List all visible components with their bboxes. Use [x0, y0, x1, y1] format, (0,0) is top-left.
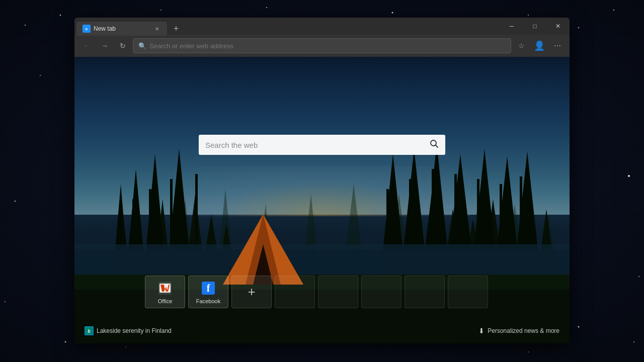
profile-button[interactable]: 👤	[531, 38, 547, 54]
desktop: e New tab ✕ + ─ □ ✕	[0, 0, 644, 362]
svg-point-10	[578, 27, 580, 29]
address-bar[interactable]: 🔍	[133, 38, 511, 53]
tab-close-button[interactable]: ✕	[153, 25, 161, 33]
arrow-down-icon: ⬇	[478, 327, 485, 335]
search-box[interactable]	[199, 135, 445, 155]
svg-point-0	[25, 25, 26, 26]
new-tab-content: Office f Facebook +	[74, 57, 570, 343]
quick-links-bar: Office f Facebook +	[145, 276, 488, 308]
empty-quick-link-3	[361, 276, 401, 308]
nav-actions: ☆ 👤 ⋯	[513, 38, 566, 54]
svg-text:f: f	[207, 283, 210, 294]
address-input[interactable]	[149, 42, 506, 50]
quick-link-facebook[interactable]: f Facebook	[188, 276, 228, 308]
empty-quick-link-4	[405, 276, 445, 308]
maximize-button[interactable]: □	[523, 18, 546, 35]
svg-point-21	[638, 276, 639, 277]
svg-point-14	[125, 346, 126, 347]
favorites-button[interactable]: ☆	[513, 38, 529, 54]
window-controls: ─ □ ✕	[500, 18, 570, 35]
svg-point-1	[60, 15, 61, 16]
svg-point-17	[633, 341, 634, 342]
image-location: Lakeside serenity in Finland	[97, 327, 172, 334]
empty-quick-link-5	[448, 276, 488, 308]
search-container	[199, 135, 445, 155]
svg-point-12	[40, 75, 41, 76]
back-button[interactable]: ←	[78, 38, 95, 54]
svg-text:b: b	[88, 328, 91, 334]
newtab-background: Office f Facebook +	[74, 57, 570, 343]
quick-link-office[interactable]: Office	[145, 276, 185, 308]
svg-point-16	[578, 326, 580, 328]
search-magnifier-icon	[430, 139, 439, 150]
facebook-label: Facebook	[196, 298, 220, 304]
svg-line-84	[436, 145, 438, 148]
svg-point-20	[5, 301, 6, 302]
empty-quick-link-2	[318, 276, 358, 308]
add-quick-link-button[interactable]: +	[231, 276, 272, 308]
svg-point-18	[15, 201, 16, 202]
svg-point-3	[160, 10, 162, 11]
browser-window: e New tab ✕ + ─ □ ✕	[74, 18, 570, 343]
svg-point-5	[266, 7, 267, 8]
new-tab-button[interactable]: +	[169, 22, 183, 36]
svg-point-13	[65, 341, 66, 343]
tab-title: New tab	[94, 25, 150, 32]
svg-point-19	[628, 175, 630, 177]
office-icon	[157, 280, 173, 296]
office-label: Office	[158, 298, 173, 304]
forward-button[interactable]: →	[97, 38, 113, 54]
bottom-info-bar: b Lakeside serenity in Finland ⬇ Persona…	[74, 326, 570, 335]
svg-point-15	[528, 351, 529, 352]
svg-point-11	[613, 10, 614, 11]
tab-favicon: e	[83, 25, 91, 33]
active-tab[interactable]: e New tab ✕	[76, 22, 167, 36]
svg-rect-77	[74, 249, 570, 275]
search-icon-address: 🔍	[138, 42, 146, 50]
search-input[interactable]	[205, 141, 426, 149]
refresh-button[interactable]: ↻	[115, 38, 131, 54]
close-button[interactable]: ✕	[546, 18, 570, 35]
bing-logo: b	[85, 326, 94, 335]
image-credit: b Lakeside serenity in Finland	[85, 326, 172, 335]
title-bar: e New tab ✕ + ─ □ ✕	[74, 18, 570, 35]
navigation-bar: ← → ↻ 🔍 ☆ 👤 ⋯	[74, 35, 570, 57]
news-label: Personalized news & more	[488, 327, 559, 334]
more-button[interactable]: ⋯	[549, 38, 566, 54]
tab-bar: e New tab ✕ +	[74, 18, 500, 35]
empty-quick-link-1	[275, 276, 315, 308]
facebook-icon: f	[200, 280, 216, 296]
add-icon: +	[248, 284, 255, 300]
personalized-news-link[interactable]: ⬇ Personalized news & more	[478, 327, 559, 335]
svg-point-9	[528, 15, 529, 16]
svg-text:e: e	[86, 27, 88, 31]
minimize-button[interactable]: ─	[500, 18, 523, 35]
svg-point-7	[392, 12, 393, 14]
